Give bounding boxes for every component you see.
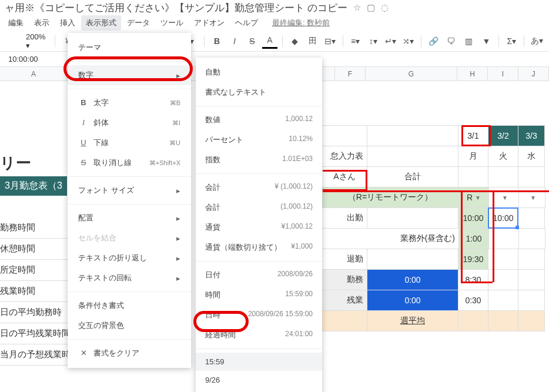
cell-gyomu[interactable]: 業務外(昼含む) <box>322 228 459 249</box>
cell-input-label[interactable]: 怠入力表 <box>322 146 367 167</box>
cell-h1000[interactable]: 10:00 <box>458 207 488 229</box>
fmt-auto[interactable]: 自動 <box>196 62 322 82</box>
cell-remote-label[interactable]: （R=リモートワーク） <box>322 187 459 208</box>
menu-number[interactable]: 数字▸ <box>68 65 191 85</box>
cell-h100[interactable]: 1:00 <box>458 228 489 249</box>
menu-theme[interactable]: テーマ <box>68 38 191 58</box>
cell-r3[interactable] <box>518 166 545 187</box>
comment-icon[interactable]: 🗨 <box>443 33 458 49</box>
col-f[interactable]: F <box>335 67 366 81</box>
text-color-icon[interactable]: A <box>262 33 277 49</box>
menu-underline[interactable]: U下線⌘U <box>68 133 191 153</box>
menu-view[interactable]: 表示 <box>29 15 54 31</box>
cell-asan[interactable]: Aさん <box>322 166 367 187</box>
col-i[interactable]: I <box>488 67 518 81</box>
cell-mon[interactable]: 月 <box>458 146 488 167</box>
undo-icon[interactable] <box>5 33 20 49</box>
cell-kinmu[interactable]: 勤務 <box>322 269 367 290</box>
fmt-cur[interactable]: 通貨¥1,000.12 <box>196 217 322 237</box>
menu-help[interactable]: ヘルプ <box>230 15 263 31</box>
fmt-datetime[interactable]: 日時2008/09/26 15:59:00 <box>196 305 322 325</box>
menu-bold[interactable]: B太字⌘B <box>68 93 191 113</box>
col-h[interactable]: H <box>457 67 488 81</box>
cell-header-spacer[interactable] <box>322 125 367 146</box>
cell-h030[interactable]: 0:30 <box>458 290 488 311</box>
cell-zangyo-000[interactable]: 0:00 <box>367 290 458 311</box>
fmt-926[interactable]: 9/26 <box>196 371 322 389</box>
rotate-icon[interactable]: ⤭▾ <box>401 33 416 49</box>
col-g[interactable]: G <box>366 67 457 81</box>
menu-fontsize[interactable]: フォント サイズ▸ <box>68 180 191 200</box>
input-icon[interactable]: あ▾ <box>529 33 544 49</box>
cloud-icon[interactable]: ◌ <box>381 2 389 13</box>
cell-r1[interactable] <box>458 166 488 187</box>
col-j[interactable]: J <box>518 67 549 81</box>
halign-icon[interactable]: ≡▾ <box>348 33 363 49</box>
col-a[interactable]: A <box>0 67 68 81</box>
fmt-acc[interactable]: 会計¥ (1,000.12) <box>196 177 322 197</box>
menu-align[interactable]: 配置▸ <box>68 208 191 228</box>
fmt-date[interactable]: 日付2008/09/26 <box>196 265 322 285</box>
fmt-plain[interactable]: 書式なしテキスト <box>196 82 322 102</box>
menu-addons[interactable]: アドオン <box>189 15 229 31</box>
menu-data[interactable]: データ <box>122 15 155 31</box>
cell-r-j[interactable]: ▼ <box>518 187 545 208</box>
fmt-time[interactable]: 時間15:59:00 <box>196 285 322 305</box>
menu-rotate[interactable]: テキストの回転▸ <box>68 268 191 288</box>
cell-d31[interactable]: 3/1 <box>458 125 488 146</box>
filter-icon[interactable]: ▼ <box>478 33 494 49</box>
move-icon[interactable]: ▢ <box>367 2 375 13</box>
cell-zangyo[interactable]: 残業 <box>322 290 367 311</box>
cell-shukkin[interactable]: 出勤 <box>322 207 367 229</box>
cell-h830[interactable]: 8:30 <box>458 269 488 290</box>
fmt-curr[interactable]: 通貨（端数切り捨て）¥1,000 <box>196 237 322 257</box>
menu-insert[interactable]: 挿入 <box>55 15 80 31</box>
menu-clear[interactable]: ✕書式をクリア <box>68 343 191 363</box>
cell-avg[interactable]: 週平均 <box>367 310 458 331</box>
fmt-percent[interactable]: パーセント10.12% <box>196 130 322 150</box>
cell-i1000[interactable]: 10:00 <box>488 207 518 229</box>
cell-kinmu-000[interactable]: 0:00 <box>367 269 458 290</box>
fmt-1559[interactable]: 15:59 <box>196 353 322 371</box>
fmt-friday[interactable]: 金曜日 <box>196 389 322 392</box>
cell-wed[interactable]: 水 <box>518 146 545 167</box>
fill-color-icon[interactable]: ◆ <box>287 33 303 49</box>
borders-icon[interactable]: 田 <box>305 33 320 49</box>
italic-icon[interactable]: I <box>227 33 242 49</box>
cell-tue[interactable]: 火 <box>488 146 518 167</box>
star-icon[interactable]: ☆ <box>353 2 361 13</box>
menu-format[interactable]: 表示形式 <box>81 15 121 31</box>
zoom-select[interactable]: 200% ▾ <box>22 32 50 50</box>
fmt-duration[interactable]: 経過時間24:01:00 <box>196 325 322 345</box>
menu-strike[interactable]: S取り消し線⌘+Shift+X <box>68 153 191 173</box>
valign-icon[interactable]: ↕▾ <box>366 33 381 49</box>
fmt-exp[interactable]: 指数1.01E+03 <box>196 150 322 170</box>
menu-alt[interactable]: 交互の背景色 <box>68 316 191 336</box>
menu-italic[interactable]: I斜体⌘I <box>68 113 191 133</box>
cell-d33[interactable]: 3/3 <box>518 125 545 146</box>
wrap-icon[interactable]: ↵▾ <box>383 33 399 49</box>
cell-header-blank[interactable] <box>367 125 458 146</box>
fmt-fin[interactable]: 会計(1,000.12) <box>196 197 322 217</box>
cell-h1930[interactable]: 19:30 <box>458 249 488 270</box>
menu-tools[interactable]: ツール <box>156 15 188 31</box>
strike-icon[interactable]: S <box>245 33 260 49</box>
menu-cond[interactable]: 条件付き書式 <box>68 296 191 316</box>
menu-edit[interactable]: 編集 <box>4 15 28 31</box>
doc-title[interactable]: ャ用※《コピーしてご活用ください》【サンプル】勤怠管理シート のコピー <box>5 1 347 15</box>
chart-icon[interactable]: ▥ <box>461 33 476 49</box>
cell-r-i[interactable]: ▼ <box>488 187 519 208</box>
cell-total[interactable]: 合計 <box>367 166 458 187</box>
bold-icon[interactable]: B <box>209 33 225 49</box>
cell-taikin[interactable]: 退勤 <box>322 249 367 270</box>
cell-r2[interactable] <box>488 166 518 187</box>
merge-icon[interactable]: ⊟▾ <box>323 33 338 49</box>
cell-r-h[interactable]: R▼ <box>458 187 489 208</box>
cell-blank[interactable] <box>367 146 458 167</box>
functions-icon[interactable]: Σ▾ <box>504 33 519 49</box>
link-icon[interactable]: 🔗 <box>426 33 441 49</box>
cell-d32[interactable]: 3/2 <box>488 125 518 146</box>
last-edit[interactable]: 最終編集: 数秒前 <box>272 18 330 28</box>
fmt-number[interactable]: 数値1,000.12 <box>196 110 322 130</box>
menu-wrap[interactable]: テキストの折り返し▸ <box>68 248 191 268</box>
